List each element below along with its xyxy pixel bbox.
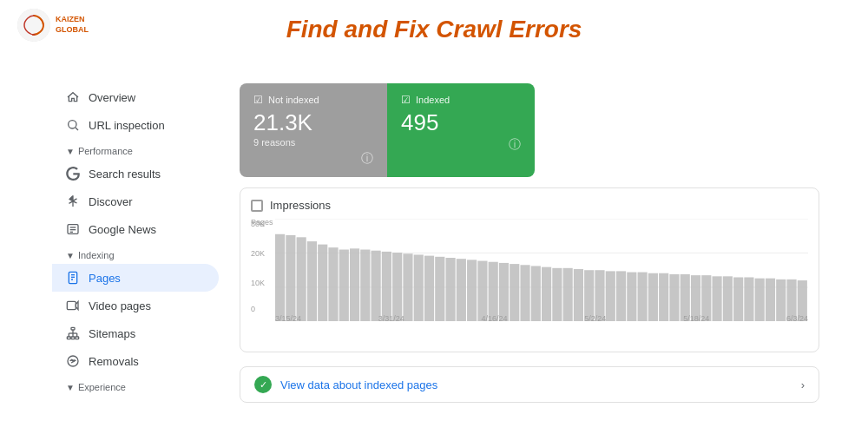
sidebar-label-video-pages: Video pages: [89, 299, 151, 312]
sidebar-item-removals[interactable]: Removals: [52, 347, 219, 375]
news-icon: [66, 222, 80, 236]
impressions-header: Impressions: [251, 199, 808, 212]
impressions-label: Impressions: [270, 199, 331, 212]
svg-rect-13: [71, 327, 75, 330]
home-icon: [66, 90, 80, 104]
svg-rect-44: [435, 257, 444, 322]
sidebar-item-overview[interactable]: Overview: [52, 83, 219, 111]
stats-row: ☑ Not indexed 21.3K 9 reasons ⓘ ☑ Indexe…: [240, 83, 535, 177]
svg-rect-37: [360, 250, 370, 322]
svg-rect-33: [318, 245, 327, 322]
google-g-icon: [66, 167, 80, 181]
sidebar-item-url-inspection[interactable]: URL inspection: [52, 111, 219, 139]
sidebar-label-url-inspection: URL inspection: [89, 119, 165, 132]
sitemap-icon: [66, 326, 80, 340]
sidebar-label-overview: Overview: [89, 91, 135, 104]
chevron-down-icon-2: ▼: [66, 251, 75, 260]
svg-rect-35: [339, 250, 349, 322]
sidebar-section-experience: ▼ Experience: [52, 375, 226, 396]
indexed-info-icon: ⓘ: [509, 137, 521, 153]
arrow-right-icon: ›: [801, 378, 805, 391]
svg-rect-43: [424, 256, 434, 322]
svg-rect-39: [382, 252, 391, 322]
svg-rect-29: [275, 234, 285, 322]
svg-rect-14: [67, 337, 70, 339]
svg-rect-49: [489, 262, 498, 322]
not-indexed-info-icon: ⓘ: [361, 151, 373, 167]
chevron-down-icon: ▼: [66, 147, 75, 156]
sidebar-item-sitemaps[interactable]: Sitemaps: [52, 319, 219, 347]
not-indexed-sub: 9 reasons: [253, 137, 373, 148]
svg-rect-11: [67, 301, 76, 309]
page-title: Find and Fix Crawl Errors: [0, 16, 868, 43]
svg-rect-31: [297, 237, 306, 321]
chevron-down-icon-3: ▼: [66, 383, 75, 392]
sidebar-item-search-results[interactable]: Search results: [52, 160, 219, 187]
not-indexed-card[interactable]: ☑ Not indexed 21.3K 9 reasons ⓘ: [240, 83, 387, 177]
svg-rect-46: [457, 259, 466, 321]
document-icon: [66, 271, 80, 285]
svg-rect-40: [392, 253, 402, 321]
svg-line-2: [76, 128, 78, 130]
svg-rect-16: [76, 337, 79, 339]
right-panel: ☑ Not indexed 21.3K 9 reasons ⓘ ☑ Indexe…: [226, 69, 833, 417]
impressions-section: Impressions Pages 30K 20K 10K 0: [240, 187, 819, 352]
sidebar-label-pages: Pages: [89, 272, 121, 285]
svg-rect-30: [286, 235, 295, 321]
chart-x-labels: 3/15/24 3/31/24 4/16/24 5/2/24 5/18/24 6…: [275, 314, 808, 323]
svg-rect-32: [307, 241, 317, 321]
svg-point-1: [69, 121, 76, 128]
not-indexed-header: ☑ Not indexed: [253, 94, 373, 106]
asterisk-icon: [66, 194, 80, 208]
sidebar-item-discover[interactable]: Discover: [52, 187, 219, 215]
indexed-header: ☑ Indexed: [401, 94, 521, 106]
video-icon: [66, 299, 80, 312]
svg-rect-34: [328, 247, 338, 321]
sidebar-label-sitemaps: Sitemaps: [89, 327, 135, 340]
svg-rect-41: [403, 253, 412, 321]
sidebar: Overview URL inspection ▼ Performance Se…: [52, 69, 226, 417]
view-data-label: View data about indexed pages: [280, 378, 437, 391]
svg-rect-53: [531, 266, 541, 321]
sidebar-section-indexing: ▼ Indexing: [52, 243, 226, 264]
view-data-button[interactable]: ✓ View data about indexed pages ›: [240, 366, 819, 403]
svg-rect-38: [372, 251, 381, 322]
main-content: Overview URL inspection ▼ Performance Se…: [52, 69, 833, 417]
svg-rect-36: [350, 248, 359, 321]
svg-rect-15: [71, 337, 75, 339]
check-circle-icon: ✓: [254, 376, 272, 393]
svg-rect-45: [445, 258, 455, 321]
removals-icon: [66, 354, 80, 368]
sidebar-label-google-news: Google News: [89, 223, 156, 236]
chart-svg: [275, 219, 808, 321]
sidebar-item-google-news[interactable]: Google News: [52, 215, 219, 243]
sidebar-label-search-results: Search results: [89, 168, 161, 181]
indexed-card[interactable]: ☑ Indexed 495 ⓘ: [387, 83, 535, 177]
svg-rect-47: [467, 260, 477, 321]
svg-rect-50: [499, 263, 509, 321]
indexed-value: 495: [401, 111, 521, 134]
impressions-checkbox[interactable]: [251, 200, 263, 212]
svg-rect-42: [414, 254, 424, 321]
chart-y-label: Pages 30K 20K 10K 0: [251, 219, 273, 228]
not-indexed-check-icon: ☑: [253, 94, 263, 106]
sidebar-label-discover: Discover: [89, 195, 133, 208]
svg-rect-51: [510, 264, 519, 321]
chart-area: Pages 30K 20K 10K 0 3/15/24 3/31/24: [251, 219, 808, 323]
sidebar-label-removals: Removals: [89, 355, 139, 368]
sidebar-item-video-pages[interactable]: Video pages: [52, 292, 219, 319]
not-indexed-label: Not indexed: [268, 95, 319, 105]
svg-rect-54: [542, 267, 551, 322]
svg-rect-48: [477, 261, 487, 322]
indexed-check-icon: ☑: [401, 94, 411, 106]
indexed-label: Indexed: [416, 95, 450, 105]
sidebar-item-pages[interactable]: Pages: [52, 264, 219, 292]
search-icon: [66, 118, 80, 132]
svg-rect-52: [520, 265, 529, 321]
sidebar-section-performance: ▼ Performance: [52, 139, 226, 160]
not-indexed-value: 21.3K: [253, 111, 373, 134]
